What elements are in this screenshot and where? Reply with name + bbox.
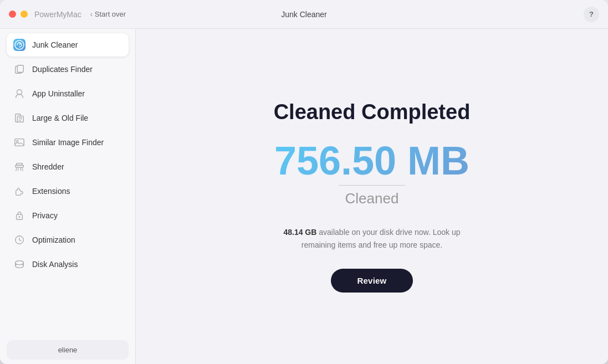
- cleaned-amount: 756.50 MB: [274, 141, 469, 181]
- sidebar-label-duplicates-finder: Duplicates Finder: [32, 65, 93, 74]
- disk-analysis-icon: [13, 258, 25, 270]
- sidebar-item-disk-analysis[interactable]: Disk Analysis: [7, 253, 129, 276]
- minimize-button[interactable]: [21, 11, 28, 18]
- svg-point-14: [16, 261, 24, 265]
- sidebar-items: Junk Cleaner Duplicates Finder: [7, 33, 129, 336]
- svg-point-11: [19, 216, 21, 218]
- sidebar-item-extensions[interactable]: Extensions: [7, 180, 129, 203]
- sidebar-label-privacy: Privacy: [32, 211, 58, 220]
- title-bar: PowerMyMac ‹ Start over Junk Cleaner ?: [0, 0, 608, 29]
- svg-rect-2: [17, 65, 23, 73]
- app-window: PowerMyMac ‹ Start over Junk Cleaner ?: [0, 0, 608, 364]
- sidebar-label-similar-image-finder: Similar Image Finder: [32, 138, 104, 147]
- app-name: PowerMyMac: [34, 10, 81, 19]
- optimization-icon: [13, 234, 25, 246]
- window-title: Junk Cleaner: [281, 10, 327, 19]
- shredder-icon: [13, 161, 25, 173]
- sidebar-user[interactable]: eliene: [7, 340, 129, 360]
- sidebar-item-shredder[interactable]: Shredder: [7, 155, 129, 178]
- cleaned-title: Cleaned Completed: [274, 100, 471, 124]
- sidebar-label-optimization: Optimization: [32, 235, 75, 244]
- user-name: eliene: [58, 346, 78, 354]
- sidebar-item-privacy[interactable]: Privacy: [7, 204, 129, 227]
- traffic-lights: [9, 11, 28, 18]
- start-over-button[interactable]: ‹ Start over: [90, 10, 126, 18]
- app-uninstaller-icon: [13, 88, 25, 100]
- disk-info: 48.14 GB available on your disk drive no…: [272, 226, 472, 251]
- chevron-left-icon: ‹: [90, 11, 93, 18]
- disk-info-text: available on your disk drive now. Look u…: [302, 228, 461, 249]
- help-icon: ?: [589, 10, 594, 18]
- svg-rect-9: [17, 163, 23, 166]
- junk-cleaner-icon: [13, 39, 25, 51]
- sidebar-item-app-uninstaller[interactable]: App Uninstaller: [7, 82, 129, 105]
- sidebar: Junk Cleaner Duplicates Finder: [0, 29, 136, 364]
- sidebar-label-disk-analysis: Disk Analysis: [32, 260, 78, 269]
- content-area: Cleaned Completed 756.50 MB Cleaned 48.1…: [136, 29, 608, 364]
- sidebar-label-junk-cleaner: Junk Cleaner: [32, 40, 78, 49]
- svg-rect-6: [15, 139, 24, 146]
- sidebar-item-junk-cleaner[interactable]: Junk Cleaner: [7, 33, 129, 57]
- sidebar-label-extensions: Extensions: [32, 187, 70, 196]
- help-button[interactable]: ?: [584, 7, 599, 22]
- large-old-file-icon: [13, 112, 25, 124]
- privacy-icon: [13, 209, 25, 222]
- sidebar-label-large-old-file: Large & Old File: [32, 114, 88, 122]
- sidebar-item-large-old-file[interactable]: Large & Old File: [7, 106, 129, 130]
- close-button[interactable]: [9, 11, 16, 18]
- sidebar-item-similar-image-finder[interactable]: Similar Image Finder: [7, 131, 129, 154]
- amount-label: Cleaned: [345, 190, 399, 207]
- main-layout: Junk Cleaner Duplicates Finder: [0, 29, 608, 364]
- sidebar-item-duplicates-finder[interactable]: Duplicates Finder: [7, 58, 129, 81]
- amount-divider: [339, 185, 405, 186]
- disk-space-amount: 48.14 GB: [283, 228, 316, 237]
- sidebar-label-app-uninstaller: App Uninstaller: [32, 89, 85, 98]
- start-over-label: Start over: [95, 10, 126, 18]
- sidebar-item-optimization[interactable]: Optimization: [7, 228, 129, 252]
- extensions-icon: [13, 185, 25, 197]
- amount-container: 756.50 MB Cleaned: [274, 141, 469, 207]
- similar-image-finder-icon: [13, 136, 25, 148]
- sidebar-label-shredder: Shredder: [32, 162, 64, 171]
- duplicates-finder-icon: [13, 63, 25, 75]
- review-button[interactable]: Review: [331, 269, 413, 293]
